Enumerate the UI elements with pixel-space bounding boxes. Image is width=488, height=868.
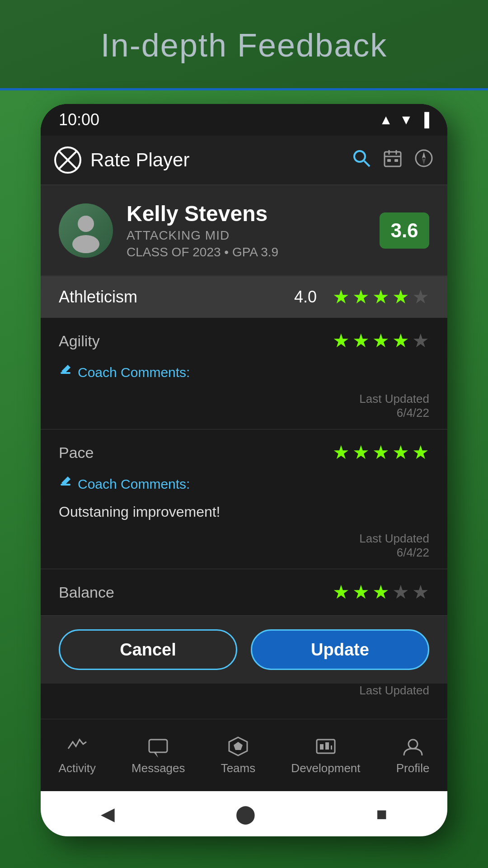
wifi-icon: ▼ <box>399 112 413 127</box>
status-time: 10:00 <box>59 110 99 129</box>
agility-comments-row: Coach Comments: <box>41 364 447 387</box>
agility-star-1: ★ <box>333 331 350 350</box>
svg-point-15 <box>72 235 99 253</box>
svg-point-28 <box>408 740 418 749</box>
recent-button[interactable]: ■ <box>376 804 387 824</box>
balance-star-3: ★ <box>372 583 389 602</box>
nav-item-profile[interactable]: Profile <box>396 735 430 775</box>
svg-rect-10 <box>394 159 398 162</box>
activity-label: Activity <box>59 761 96 775</box>
agility-label: Agility <box>59 332 324 350</box>
star-4: ★ <box>392 288 409 307</box>
svg-rect-27 <box>331 745 332 750</box>
nav-item-development[interactable]: Development <box>291 735 360 775</box>
pace-label: Pace <box>59 444 324 462</box>
battery-icon: ▐ <box>420 112 429 127</box>
balance-star-1: ★ <box>333 583 350 602</box>
athleticism-score: 4.0 <box>294 288 317 307</box>
svg-rect-25 <box>320 744 324 750</box>
svg-rect-20 <box>149 740 167 752</box>
activity-icon <box>66 735 89 758</box>
calendar-icon[interactable] <box>383 148 403 172</box>
teams-label: Teams <box>221 761 256 775</box>
agility-star-4: ★ <box>392 331 409 350</box>
app-bar: Rate Player <box>41 136 447 185</box>
header-underline <box>0 88 488 90</box>
pace-star-1: ★ <box>333 443 350 462</box>
development-icon <box>314 735 337 758</box>
pace-comments-row: Coach Comments: <box>41 476 447 499</box>
status-icons: ▲ ▼ ▐ <box>379 112 429 127</box>
scroll-area: Athleticism 4.0 ★ ★ ★ ★ ★ Agility ★ ★ ★ … <box>41 276 447 755</box>
agility-star-5: ★ <box>412 331 429 350</box>
nav-item-activity[interactable]: Activity <box>59 735 96 775</box>
svg-marker-23 <box>234 742 243 750</box>
balance-star-4: ★ <box>392 583 409 602</box>
player-card: Kelly Stevens ATTACKING MID CLASS OF 202… <box>41 185 447 276</box>
player-class: CLASS OF 2023 • GPA 3.9 <box>127 245 366 259</box>
balance-section: Balance ★ ★ ★ ★ ★ <box>41 569 447 616</box>
edit-icon[interactable] <box>59 364 72 381</box>
header-banner: In-depth Feedback <box>0 0 488 90</box>
agility-row: Agility ★ ★ ★ ★ ★ <box>41 318 447 364</box>
svg-rect-5 <box>385 152 401 166</box>
avatar-image <box>59 203 113 258</box>
athleticism-header: Athleticism 4.0 ★ ★ ★ ★ ★ <box>41 276 447 318</box>
star-3: ★ <box>372 288 389 307</box>
pace-star-4: ★ <box>392 443 409 462</box>
page-title: In-depth Feedback <box>101 27 387 64</box>
svg-marker-21 <box>154 752 158 758</box>
svg-rect-26 <box>325 742 329 750</box>
messages-label: Messages <box>131 761 185 775</box>
nav-item-messages[interactable]: Messages <box>131 735 185 775</box>
svg-line-4 <box>364 161 370 166</box>
back-button[interactable]: ◀ <box>101 803 115 824</box>
balance-star-5: ★ <box>412 583 429 602</box>
avatar <box>59 203 113 258</box>
svg-point-3 <box>354 151 365 162</box>
app-title: Rate Player <box>90 149 343 171</box>
player-info: Kelly Stevens ATTACKING MID CLASS OF 202… <box>127 201 366 259</box>
pace-stars: ★ ★ ★ ★ ★ <box>333 443 429 462</box>
agility-section: Agility ★ ★ ★ ★ ★ Coach Comments: <box>41 318 447 429</box>
status-bar: 10:00 ▲ ▼ ▐ <box>41 104 447 136</box>
pace-star-2: ★ <box>352 443 370 462</box>
svg-marker-13 <box>422 158 426 165</box>
balance-row: Balance ★ ★ ★ ★ ★ <box>41 569 447 615</box>
messages-icon <box>147 735 169 758</box>
teams-icon <box>227 735 249 758</box>
balance-stars: ★ ★ ★ ★ ★ <box>333 583 429 602</box>
pace-edit-icon[interactable] <box>59 476 72 492</box>
cancel-button[interactable]: Cancel <box>59 629 237 670</box>
pace-coach-comments-label: Coach Comments: <box>78 476 190 492</box>
search-icon[interactable] <box>352 148 371 172</box>
bottom-nav: Activity Messages Teams Development <box>41 719 447 791</box>
balance-label: Balance <box>59 584 324 601</box>
svg-marker-12 <box>422 152 426 158</box>
update-button[interactable]: Update <box>251 629 429 670</box>
agility-stars: ★ ★ ★ ★ ★ <box>333 331 429 350</box>
pace-star-3: ★ <box>372 443 389 462</box>
player-name: Kelly Stevens <box>127 201 366 226</box>
athleticism-stars: ★ ★ ★ ★ ★ <box>333 288 429 307</box>
compass-icon[interactable] <box>414 148 434 172</box>
star-5: ★ <box>412 288 429 307</box>
profile-icon <box>402 735 424 758</box>
pace-section: Pace ★ ★ ★ ★ ★ Coach Comments: <box>41 429 447 569</box>
development-label: Development <box>291 761 360 775</box>
nav-item-teams[interactable]: Teams <box>221 735 256 775</box>
android-nav: ◀ ⬤ ■ <box>41 791 447 836</box>
balance-last-updated-partial: Last Updated <box>41 684 447 698</box>
pace-star-5: ★ <box>412 443 429 462</box>
athleticism-label: Athleticism <box>59 288 285 307</box>
player-position: ATTACKING MID <box>127 228 366 243</box>
agility-coach-comments-label: Coach Comments: <box>78 365 190 380</box>
agility-star-2: ★ <box>352 331 370 350</box>
star-2: ★ <box>352 288 370 307</box>
pace-comment-text: Outstaning improvement! <box>41 499 447 527</box>
button-row: Cancel Update <box>41 616 447 684</box>
player-rating-badge: 3.6 <box>380 212 429 249</box>
signal-icon: ▲ <box>379 112 393 127</box>
home-button[interactable]: ⬤ <box>235 803 256 824</box>
app-logo-icon <box>54 146 81 174</box>
